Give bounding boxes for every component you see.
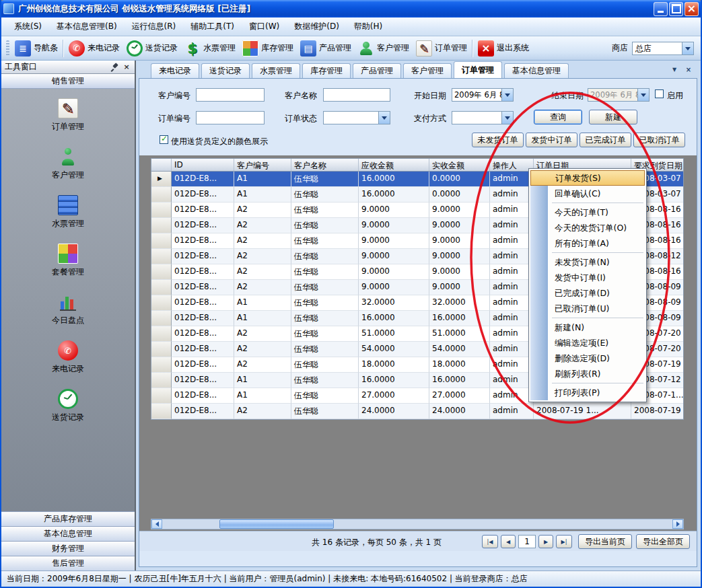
sidebar-section-sales[interactable]: 销售管理 [1, 74, 135, 89]
toolbar-water-ticket-button[interactable]: 水票管理 [181, 38, 239, 59]
order-status-select[interactable] [323, 111, 390, 124]
filter-shipping-button[interactable]: 发货中订单 [526, 133, 577, 147]
query-button[interactable]: 查询 [534, 110, 582, 124]
toolbar-product-button[interactable]: 产品管理 [297, 38, 355, 59]
customer-no-input[interactable] [196, 88, 265, 102]
row-selector-cell[interactable] [151, 295, 172, 311]
context-menu-item[interactable]: 已取消订单(U) [530, 301, 645, 316]
filter-unshipped-button[interactable]: 未发货订单 [472, 133, 524, 147]
dropdown-icon[interactable] [501, 112, 513, 124]
column-header-id[interactable]: ID [172, 159, 234, 171]
tab-orders[interactable]: 订单管理 [454, 61, 502, 78]
row-selector-cell[interactable] [151, 388, 172, 404]
last-page-button[interactable] [556, 535, 572, 548]
row-selector-cell[interactable] [151, 172, 172, 187]
close-icon[interactable] [122, 63, 131, 72]
row-selector-cell[interactable] [151, 203, 172, 218]
row-selector-cell[interactable] [151, 218, 172, 233]
context-menu-item[interactable]: 今天的发货订单(O) [530, 220, 645, 235]
pin-icon[interactable] [110, 63, 119, 72]
context-menu-item[interactable]: 所有的订单(A) [530, 235, 645, 251]
toolbar-inventory-button[interactable]: 库存管理 [239, 38, 297, 59]
context-menu-item[interactable]: 今天的订单(T) [530, 205, 645, 220]
sidebar-section-bar[interactable]: 售后管理 [1, 556, 135, 571]
row-selector-cell[interactable] [151, 373, 172, 388]
title-bar[interactable]: 广州创锐信息技术有限公司 创锐送水管理系统网络版 [已注册] [0, 0, 702, 17]
menu-item[interactable]: 窗口(W) [242, 17, 287, 36]
pay-method-select[interactable] [452, 111, 514, 124]
menu-item[interactable]: 基本信息管理(B) [49, 17, 125, 36]
context-menu-item[interactable]: 未发货订单(N) [530, 254, 645, 270]
scroll-left-icon[interactable] [151, 519, 162, 529]
order-no-input[interactable] [196, 111, 265, 124]
row-selector-cell[interactable] [151, 342, 172, 357]
prev-page-button[interactable] [501, 535, 516, 548]
menu-item[interactable]: 运行信息(R) [125, 17, 184, 36]
sidebar-item-package[interactable]: 套餐管理 [1, 244, 135, 278]
column-header-received[interactable]: 实收金额 [429, 159, 490, 171]
close-tab-icon[interactable] [683, 65, 694, 75]
sidebar-item-customer[interactable]: 客户管理 [1, 147, 135, 181]
new-button[interactable]: 新建 [589, 110, 637, 124]
context-menu-item[interactable]: 发货中订单(I) [530, 270, 645, 285]
close-icon[interactable] [685, 2, 699, 16]
export-all-pages-button[interactable]: 导出全部页 [636, 534, 690, 549]
sidebar-item-call-log[interactable]: 来电记录 [1, 340, 135, 375]
tab-customers[interactable]: 客户管理 [403, 63, 452, 78]
row-selector-cell[interactable] [151, 187, 172, 203]
context-menu-item[interactable]: 订单发货(S) [530, 170, 645, 186]
scrollbar-track[interactable] [162, 519, 672, 529]
toolbar-exit-button[interactable]: 退出系统 [475, 38, 532, 59]
row-selector-cell[interactable] [151, 280, 172, 295]
tab-list-dropdown-icon[interactable] [669, 65, 680, 75]
sidebar-item-water-ticket[interactable]: 水票管理 [1, 195, 135, 229]
tab-products[interactable]: 产品管理 [353, 63, 401, 78]
sidebar-section-bar[interactable]: 产品库存管理 [1, 511, 135, 526]
context-menu-item[interactable]: 新建(N) [530, 320, 645, 335]
sidebar-item-daily-check[interactable]: 今日盘点 [1, 292, 135, 326]
toolbar-grip[interactable] [6, 40, 9, 57]
customer-name-input[interactable] [323, 88, 390, 102]
toolbar-nav-button[interactable]: 导航条 [11, 38, 61, 59]
column-header-customer-no[interactable]: 客户编号 [234, 159, 291, 171]
tab-delivery-records[interactable]: 送货记录 [201, 63, 250, 78]
dropdown-icon[interactable] [501, 89, 513, 101]
horizontal-scrollbar[interactable] [151, 519, 684, 529]
menu-item[interactable]: 帮助(H) [347, 17, 390, 36]
row-selector-cell[interactable] [151, 233, 172, 249]
scroll-right-icon[interactable] [672, 519, 683, 529]
export-current-page-button[interactable]: 导出当前页 [578, 534, 632, 549]
column-header-operator[interactable]: 操作人 [490, 159, 534, 171]
toolbar-delivery-log-button[interactable]: 送货记录 [123, 38, 181, 59]
row-selector-cell[interactable] [151, 249, 172, 264]
page-number-input[interactable] [518, 535, 536, 548]
row-selector-cell[interactable] [151, 264, 172, 280]
sidebar-item-order[interactable]: 订单管理 [1, 98, 135, 133]
color-display-checkbox[interactable] [160, 135, 168, 144]
next-page-button[interactable] [538, 535, 553, 548]
tab-water-tickets[interactable]: 水票管理 [252, 63, 300, 78]
context-menu-item[interactable]: 删除选定项(D) [530, 351, 645, 366]
table-row[interactable]: 012D-E8... A2 伍华聪 24.0000 24.0000 admin … [151, 404, 683, 419]
tab-incoming-calls[interactable]: 来电记录 [151, 63, 199, 78]
scrollbar-thumb[interactable] [219, 519, 334, 529]
context-menu-item[interactable]: 回单确认(C) [530, 186, 645, 201]
toolbar-call-log-button[interactable]: 来电记录 [65, 38, 123, 59]
filter-completed-button[interactable]: 已完成订单 [580, 133, 631, 147]
toolbar-customer-button[interactable]: 客户管理 [355, 38, 413, 59]
restore-icon[interactable] [669, 2, 683, 16]
context-menu-item[interactable]: 已完成订单(D) [530, 285, 645, 301]
filter-cancelled-button[interactable]: 已取消订单 [633, 133, 685, 147]
tab-inventory[interactable]: 库存管理 [302, 63, 351, 78]
minimize-icon[interactable] [654, 2, 668, 16]
column-header-receivable[interactable]: 应收金额 [359, 159, 429, 171]
dropdown-icon[interactable] [378, 112, 390, 124]
sidebar-section-bar[interactable]: 财务管理 [1, 541, 135, 556]
store-select[interactable]: 总店 [632, 42, 694, 55]
sidebar-section-bar[interactable]: 基本信息管理 [1, 526, 135, 541]
first-page-button[interactable] [482, 535, 498, 548]
start-date-picker[interactable]: 2009年 6月 8日 [452, 88, 514, 102]
enable-checkbox[interactable] [655, 89, 664, 98]
menu-item[interactable]: 数据维护(D) [287, 17, 347, 36]
menu-item[interactable]: 系统(S) [7, 17, 49, 36]
